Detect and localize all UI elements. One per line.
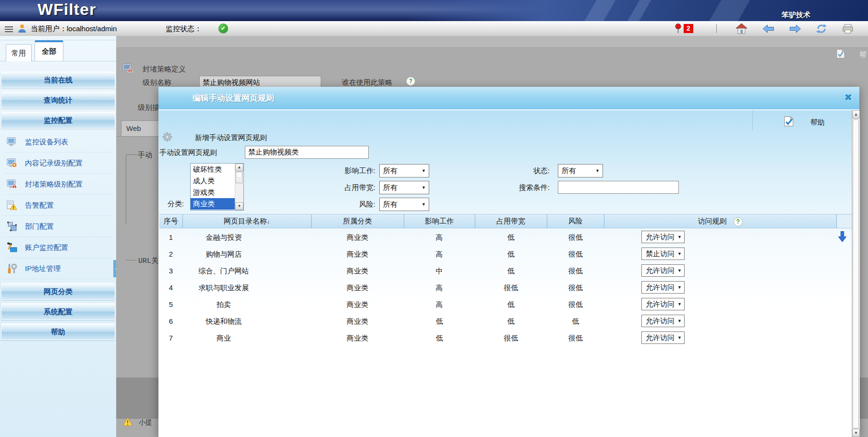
move-down-icon[interactable] [838,231,846,242]
cell-risk: 很低 [547,296,604,313]
status-filter-label: 状态: [446,166,550,176]
bandwidth-filter-label: 占用带宽: [302,183,375,192]
sidebar-tab-common[interactable]: 常用 [6,44,32,61]
home-icon[interactable] [735,23,747,34]
print-icon[interactable] [842,24,854,34]
sidebar-section-monitor[interactable]: 监控配置 [1,112,115,129]
sidebar-item-3[interactable]: 封堵策略级别配置 [0,174,116,195]
divider [404,214,404,228]
header-impact[interactable]: 影响工作 [404,214,475,228]
export-doc-icon[interactable] [836,49,845,59]
chevron-down-icon: ▼ [422,198,426,211]
fieldset-line [126,154,137,155]
dialog-scrollbar[interactable]: ▲ ▼ [852,110,860,437]
category-listbox[interactable]: 破坏性类成人类游戏类商业类 ▲ ▼ [190,163,244,211]
sidebar-item-6[interactable]: 账户监控配置 [0,237,116,258]
sidebar-section-help[interactable]: 帮助 [1,323,115,340]
header-name-text: 网页目录名称 [224,217,267,225]
alert-pin-icon[interactable] [675,24,681,34]
access-rule-select[interactable]: 允许访问▼ [641,231,685,243]
header-bandwidth[interactable]: 占用带宽 [475,214,547,228]
cell-risk: 很低 [547,246,604,262]
rule-name-input[interactable] [245,146,369,159]
search-input[interactable] [558,181,679,194]
risk-filter-value: 所有 [383,198,398,211]
sidebar-menu: 监控设备列表内容记录级别配置封堵策略级别配置告警配置部门配置账户监控配置IP地址… [0,131,116,279]
cell-bandwidth: 低 [475,262,547,279]
cell-no: 5 [159,296,182,313]
cell-no: 2 [159,246,182,262]
toolbar-separator [716,24,717,33]
user-icon [17,24,27,33]
access-rule-select[interactable]: 允许访问▼ [641,315,685,327]
tip-fragment: 小提 [139,418,152,427]
cell-no: 4 [159,279,182,296]
access-rule-select[interactable]: 允许访问▼ [641,298,685,310]
divider [182,214,183,228]
divider [4,279,112,279]
scroll-up-icon[interactable]: ▲ [235,164,243,171]
sidebar-item-4[interactable]: 告警配置 [0,195,116,216]
access-rule-select[interactable]: 允许访问▼ [641,281,685,294]
forward-icon[interactable] [789,24,801,33]
cell-bandwidth: 低 [475,313,547,330]
banner-decor [705,0,753,21]
alert-count-badge[interactable]: 2 [684,24,693,33]
menu-hamburger-icon[interactable] [5,25,13,34]
who-uses-help-icon[interactable]: ? [406,77,415,86]
scroll-down-icon[interactable]: ▼ [852,429,860,437]
access-rule-value: 禁止访问 [646,248,675,260]
cell-risk: 很低 [547,330,604,346]
status-filter-select[interactable]: 所有▼ [558,164,603,177]
access-rule-select[interactable]: 允许访问▼ [641,264,685,277]
cell-impact: 低 [404,313,475,330]
cell-impact: 高 [404,279,475,296]
cell-bandwidth: 很低 [475,330,547,346]
scroll-down-icon[interactable]: ▼ [235,202,243,210]
header-access-rule[interactable]: 访问规则 ? [604,214,836,228]
scroll-thumb[interactable] [236,172,242,183]
sidebar-section-query[interactable]: 查询统计 [1,92,115,108]
gear-icon [162,132,172,142]
banner-decor [580,0,618,21]
cell-impact: 低 [404,330,475,346]
toolbar: 当前用户：localhost/admin 监控状态： ✔ 2 [0,21,868,36]
impact-filter-select[interactable]: 所有▼ [379,164,429,177]
account-monitor-icon [7,242,17,253]
access-rule-help-icon[interactable]: ? [734,217,743,226]
access-rule-select[interactable]: 允许访问▼ [641,331,685,344]
url-fieldset-fragment: URL关 [138,256,158,265]
header-no[interactable]: 序号 [159,214,182,228]
sidebar-item-1[interactable]: 监控设备列表 [0,131,116,153]
sidebar-section-system[interactable]: 系统配置 [1,303,115,320]
web-tab[interactable]: Web [121,120,160,137]
close-icon[interactable]: ✖ [842,91,855,104]
sidebar-item-label: 监控设备列表 [25,131,68,153]
sidebar-section-online[interactable]: 当前在线 [1,71,115,88]
sidebar-item-5[interactable]: 部门配置 [0,216,116,237]
sidebar-item-7[interactable]: IP地址管理 [0,258,116,279]
header-name[interactable]: 网页目录名称↓ [182,214,311,228]
sidebar-item-label: 部门配置 [25,216,54,237]
banner-decor [623,0,654,21]
save-doc-icon[interactable] [784,116,794,127]
sidebar-tab-all[interactable]: 全部 [35,40,63,61]
impact-filter-value: 所有 [383,165,398,177]
sidebar-item-2[interactable]: 内容记录级别配置 [0,153,116,174]
refresh-icon[interactable] [816,24,827,34]
header-risk[interactable]: 风险 [547,214,604,228]
category-listbox-scrollbar[interactable]: ▲ ▼ [235,164,243,210]
back-icon[interactable] [762,24,774,33]
access-rule-select[interactable]: 禁止访问▼ [641,248,685,260]
sidebar-section-webclass[interactable]: 网页分类 [1,283,115,300]
cell-impact: 高 [404,296,475,313]
cell-risk: 很低 [547,229,604,246]
scroll-thumb[interactable] [853,119,859,428]
table-row: 6快递和物流商业类低低低允许访问▼ [159,313,852,330]
bandwidth-filter-select[interactable]: 所有▼ [379,181,429,194]
risk-filter-select[interactable]: 所有▼ [379,198,429,211]
header-category[interactable]: 所属分类 [311,214,404,228]
scroll-up-icon[interactable]: ▲ [852,110,860,118]
who-uses-label: 谁在使用此策略 [342,78,392,87]
dialog-help-link[interactable]: 帮助 [810,118,825,127]
